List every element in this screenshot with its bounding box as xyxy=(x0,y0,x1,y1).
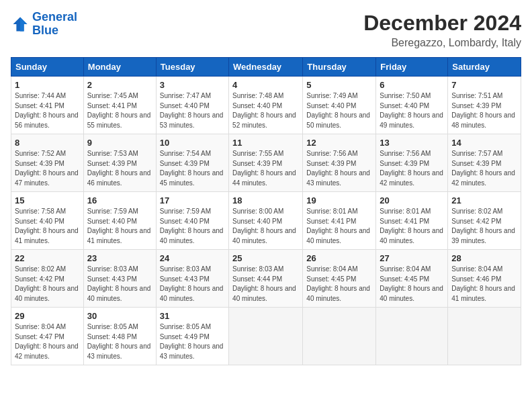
sunset-label: Sunset: 4:45 PM xyxy=(306,275,356,283)
day-number: 31 xyxy=(160,311,225,321)
sunset-label: Sunset: 4:39 PM xyxy=(160,160,210,167)
day-info: Sunrise: 8:00 AM Sunset: 4:40 PM Dayligh… xyxy=(232,207,299,246)
table-row: 18 Sunrise: 8:00 AM Sunset: 4:40 PM Dayl… xyxy=(229,192,303,250)
daylight-label: Daylight: 8 hours and 43 minutes. xyxy=(306,169,370,187)
day-number: 7 xyxy=(451,80,517,90)
sunrise-label: Sunrise: 8:02 AM xyxy=(451,208,502,215)
sunset-label: Sunset: 4:40 PM xyxy=(87,218,137,225)
day-number: 19 xyxy=(306,195,372,205)
day-info: Sunrise: 8:02 AM Sunset: 4:42 PM Dayligh… xyxy=(451,207,517,246)
sunrise-label: Sunrise: 7:49 AM xyxy=(306,92,357,99)
header-tuesday: Tuesday xyxy=(156,58,228,77)
table-row xyxy=(448,308,521,365)
daylight-label: Daylight: 8 hours and 55 minutes. xyxy=(87,111,151,129)
sunset-label: Sunset: 4:40 PM xyxy=(380,102,429,109)
day-info: Sunrise: 8:04 AM Sunset: 4:47 PM Dayligh… xyxy=(15,322,80,361)
logo-icon xyxy=(11,15,30,34)
day-info: Sunrise: 7:48 AM Sunset: 4:40 PM Dayligh… xyxy=(232,91,299,130)
sunrise-label: Sunrise: 7:59 AM xyxy=(160,208,211,215)
sunset-label: Sunset: 4:48 PM xyxy=(87,333,137,340)
table-row: 28 Sunrise: 8:04 AM Sunset: 4:46 PM Dayl… xyxy=(448,250,521,308)
daylight-label: Daylight: 8 hours and 46 minutes. xyxy=(87,169,151,187)
daylight-label: Daylight: 8 hours and 41 minutes. xyxy=(451,285,515,302)
sunset-label: Sunset: 4:40 PM xyxy=(232,102,282,109)
table-row: 31 Sunrise: 8:05 AM Sunset: 4:49 PM Dayl… xyxy=(156,308,228,365)
month-title: December 2024 xyxy=(363,11,521,36)
day-info: Sunrise: 8:02 AM Sunset: 4:42 PM Dayligh… xyxy=(15,265,80,304)
sunrise-label: Sunrise: 8:04 AM xyxy=(306,265,357,273)
header: General Blue December 2024 Beregazzo, Lo… xyxy=(11,11,521,49)
daylight-label: Daylight: 8 hours and 40 minutes. xyxy=(380,227,443,244)
table-row: 29 Sunrise: 8:04 AM Sunset: 4:47 PM Dayl… xyxy=(11,308,84,365)
calendar-week-row: 22 Sunrise: 8:02 AM Sunset: 4:42 PM Dayl… xyxy=(11,250,521,308)
sunset-label: Sunset: 4:39 PM xyxy=(87,160,137,167)
sunrise-label: Sunrise: 8:04 AM xyxy=(15,323,66,330)
table-row: 7 Sunrise: 7:51 AM Sunset: 4:39 PM Dayli… xyxy=(448,77,521,134)
table-row: 11 Sunrise: 7:55 AM Sunset: 4:39 PM Dayl… xyxy=(229,134,303,192)
sunset-label: Sunset: 4:43 PM xyxy=(160,275,210,283)
sunrise-label: Sunrise: 7:56 AM xyxy=(306,150,357,157)
day-number: 22 xyxy=(15,253,80,263)
day-number: 25 xyxy=(232,253,299,263)
table-row: 24 Sunrise: 8:03 AM Sunset: 4:43 PM Dayl… xyxy=(156,250,228,308)
table-row: 23 Sunrise: 8:03 AM Sunset: 4:43 PM Dayl… xyxy=(83,250,156,308)
table-row xyxy=(303,308,376,365)
day-number: 6 xyxy=(380,80,444,90)
table-row: 12 Sunrise: 7:56 AM Sunset: 4:39 PM Dayl… xyxy=(303,134,376,192)
calendar-week-row: 1 Sunrise: 7:44 AM Sunset: 4:41 PM Dayli… xyxy=(11,77,521,134)
daylight-label: Daylight: 8 hours and 41 minutes. xyxy=(87,227,151,244)
calendar-week-row: 15 Sunrise: 7:58 AM Sunset: 4:40 PM Dayl… xyxy=(11,192,521,250)
day-number: 29 xyxy=(15,311,80,321)
day-info: Sunrise: 8:04 AM Sunset: 4:45 PM Dayligh… xyxy=(306,265,372,304)
day-info: Sunrise: 8:01 AM Sunset: 4:41 PM Dayligh… xyxy=(380,207,444,246)
svg-marker-1 xyxy=(20,17,28,31)
sunrise-label: Sunrise: 7:52 AM xyxy=(15,150,66,157)
sunset-label: Sunset: 4:40 PM xyxy=(232,218,282,225)
sunset-label: Sunset: 4:39 PM xyxy=(451,160,501,167)
sunrise-label: Sunrise: 8:05 AM xyxy=(87,323,138,330)
table-row: 19 Sunrise: 8:01 AM Sunset: 4:41 PM Dayl… xyxy=(303,192,376,250)
sunset-label: Sunset: 4:43 PM xyxy=(87,275,137,283)
daylight-label: Daylight: 8 hours and 40 minutes. xyxy=(306,227,370,244)
header-sunday: Sunday xyxy=(11,58,84,77)
day-number: 12 xyxy=(306,138,372,148)
header-monday: Monday xyxy=(83,58,156,77)
daylight-label: Daylight: 8 hours and 52 minutes. xyxy=(232,111,296,129)
sunset-label: Sunset: 4:39 PM xyxy=(306,160,356,167)
table-row: 6 Sunrise: 7:50 AM Sunset: 4:40 PM Dayli… xyxy=(376,77,448,134)
calendar-header-row: Sunday Monday Tuesday Wednesday Thursday… xyxy=(11,58,521,77)
calendar: Sunday Monday Tuesday Wednesday Thursday… xyxy=(11,57,521,365)
sunset-label: Sunset: 4:47 PM xyxy=(15,333,64,340)
sunset-label: Sunset: 4:42 PM xyxy=(451,218,501,225)
day-number: 2 xyxy=(87,80,152,90)
day-number: 13 xyxy=(380,138,444,148)
day-number: 23 xyxy=(87,253,152,263)
table-row: 25 Sunrise: 8:03 AM Sunset: 4:44 PM Dayl… xyxy=(229,250,303,308)
sunset-label: Sunset: 4:44 PM xyxy=(232,275,282,283)
sunrise-label: Sunrise: 7:45 AM xyxy=(87,92,138,99)
daylight-label: Daylight: 8 hours and 49 minutes. xyxy=(380,111,443,129)
day-number: 18 xyxy=(232,195,299,205)
sunset-label: Sunset: 4:39 PM xyxy=(380,160,429,167)
day-info: Sunrise: 8:04 AM Sunset: 4:46 PM Dayligh… xyxy=(451,265,517,304)
day-number: 1 xyxy=(15,80,80,90)
table-row: 3 Sunrise: 7:47 AM Sunset: 4:40 PM Dayli… xyxy=(156,77,228,134)
day-info: Sunrise: 7:49 AM Sunset: 4:40 PM Dayligh… xyxy=(306,91,372,130)
table-row: 30 Sunrise: 8:05 AM Sunset: 4:48 PM Dayl… xyxy=(83,308,156,365)
day-info: Sunrise: 7:44 AM Sunset: 4:41 PM Dayligh… xyxy=(15,91,80,130)
table-row: 26 Sunrise: 8:04 AM Sunset: 4:45 PM Dayl… xyxy=(303,250,376,308)
day-number: 11 xyxy=(232,138,299,148)
sunset-label: Sunset: 4:41 PM xyxy=(87,102,137,109)
calendar-week-row: 8 Sunrise: 7:52 AM Sunset: 4:39 PM Dayli… xyxy=(11,134,521,192)
sunrise-label: Sunrise: 7:57 AM xyxy=(451,150,502,157)
daylight-label: Daylight: 8 hours and 39 minutes. xyxy=(451,227,515,244)
sunrise-label: Sunrise: 7:59 AM xyxy=(87,208,138,215)
table-row: 1 Sunrise: 7:44 AM Sunset: 4:41 PM Dayli… xyxy=(11,77,84,134)
sunset-label: Sunset: 4:46 PM xyxy=(451,275,501,283)
sunset-label: Sunset: 4:40 PM xyxy=(160,102,210,109)
daylight-label: Daylight: 8 hours and 40 minutes. xyxy=(160,227,224,244)
table-row xyxy=(376,308,448,365)
daylight-label: Daylight: 8 hours and 40 minutes. xyxy=(380,285,443,302)
day-info: Sunrise: 7:45 AM Sunset: 4:41 PM Dayligh… xyxy=(87,91,152,130)
daylight-label: Daylight: 8 hours and 45 minutes. xyxy=(160,169,224,187)
